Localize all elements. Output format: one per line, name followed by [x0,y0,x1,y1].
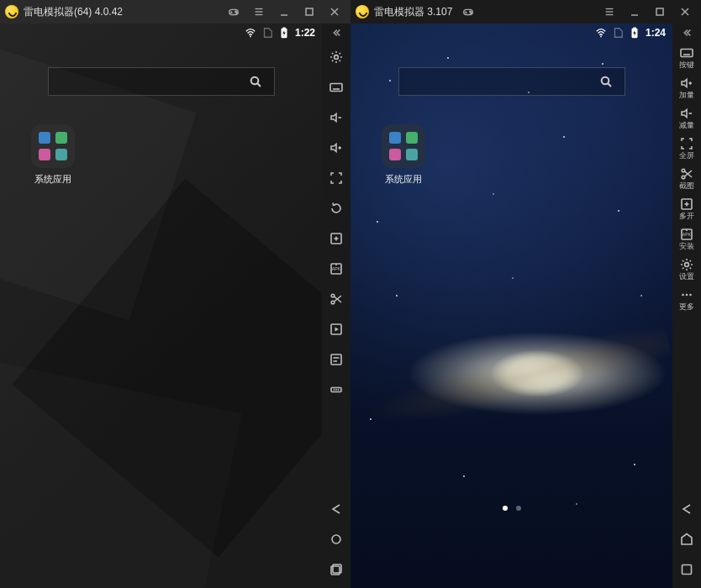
add-box-icon[interactable] [322,223,350,254]
close-button[interactable] [672,0,698,24]
more-icon[interactable]: 更多 [672,284,701,314]
rotate-icon[interactable] [322,193,350,223]
fullscreen-icon[interactable]: 全屏 [672,133,701,163]
apk-icon[interactable] [322,254,350,284]
close-button[interactable] [322,0,347,24]
status-time: 1:24 [646,27,666,39]
recent-icon[interactable] [672,554,701,585]
text-box-icon[interactable] [322,344,350,375]
device-screen-right[interactable]: 1:24 系统应用 [350,24,672,588]
home-icon[interactable] [322,524,350,554]
play-box-icon[interactable] [322,314,350,344]
app-logo-icon [356,5,369,18]
search-input[interactable] [48,67,275,96]
page-indicator [350,506,672,511]
device-screen-left[interactable]: 1:22 系统应用 [0,24,322,588]
no-sim-icon [261,27,273,39]
page-dot [516,506,521,511]
minimize-button[interactable] [271,0,297,24]
emulator-window-left: 雷电模拟器(64) 4.0.42 1:22 [0,0,350,588]
home-icon[interactable] [672,524,701,554]
window-title: 雷电模拟器 3.107 [374,5,452,19]
android-status-bar: 1:24 [350,24,672,42]
back-icon[interactable] [322,494,350,524]
battery-charging-icon [278,27,290,39]
collapse-sidebar-button[interactable] [322,24,350,42]
system-apps-folder[interactable]: 系统应用 [24,124,82,186]
android-status-bar: 1:22 [0,24,322,42]
wifi-icon [245,27,256,39]
wallpaper [350,24,672,588]
system-apps-folder[interactable]: 系统应用 [374,124,433,186]
folder-icon [382,124,425,168]
window-title: 雷电模拟器(64) 4.0.42 [24,5,123,19]
app-logo-icon [5,5,18,18]
search-icon [249,75,262,88]
wallpaper [0,24,322,588]
minimize-button[interactable] [622,0,647,24]
sidebar-left [322,24,350,588]
status-time: 1:22 [295,27,315,39]
maximize-button[interactable] [647,0,672,24]
more-icon[interactable] [322,375,350,405]
gamepad-icon[interactable] [456,0,481,24]
gear-icon[interactable] [322,42,350,72]
search-input[interactable] [398,67,625,96]
sidebar-right: 按键 加量 减量 全屏 截图 多开 安装 设置 更多 [672,24,701,588]
no-sim-icon [612,27,624,39]
maximize-button[interactable] [297,0,322,24]
search-icon [599,75,613,88]
menu-icon[interactable] [246,0,271,24]
volume-down-icon[interactable]: 减量 [672,102,701,133]
menu-icon[interactable] [597,0,622,24]
folder-icon [31,124,75,168]
recent-icon[interactable] [322,554,350,585]
folder-label: 系统应用 [374,173,433,186]
gamepad-icon[interactable] [221,0,246,24]
titlebar-right[interactable]: 雷电模拟器 3.107 [350,0,701,24]
volume-up-icon[interactable] [322,133,350,163]
fullscreen-icon[interactable] [322,163,350,193]
scissors-icon[interactable] [322,284,350,314]
gear-icon[interactable]: 设置 [672,254,701,284]
volume-down-icon[interactable] [322,102,350,133]
apk-icon[interactable]: 安装 [672,223,701,254]
scissors-icon[interactable]: 截图 [672,163,701,193]
volume-up-icon[interactable]: 加量 [672,72,701,102]
keyboard-icon[interactable] [322,72,350,102]
keyboard-icon[interactable]: 按键 [672,42,701,72]
titlebar-left[interactable]: 雷电模拟器(64) 4.0.42 [0,0,350,24]
emulator-window-right: 雷电模拟器 3.107 [350,0,701,588]
add-box-icon[interactable]: 多开 [672,193,701,223]
wifi-icon [595,27,607,39]
battery-charging-icon [629,27,640,39]
back-icon[interactable] [672,494,701,524]
page-dot-active [503,506,508,511]
collapse-sidebar-button[interactable] [672,24,701,42]
folder-label: 系统应用 [24,173,82,186]
